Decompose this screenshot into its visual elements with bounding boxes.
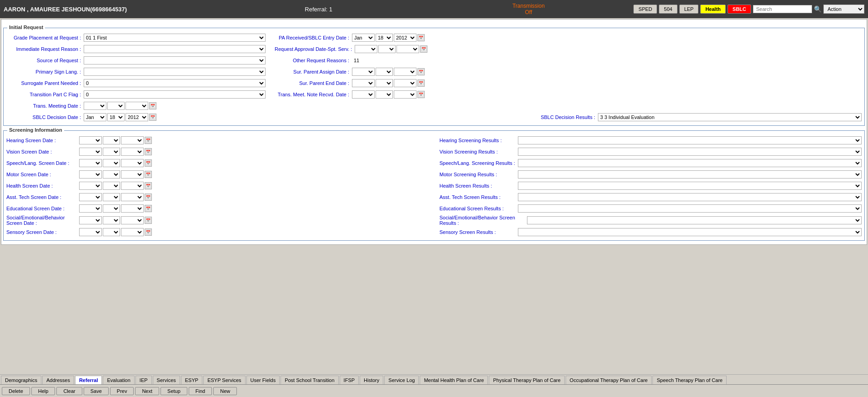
sur-assign-year[interactable]: [394, 68, 416, 76]
trans-note-cal-btn[interactable]: 📅: [417, 91, 425, 98]
asstech-day[interactable]: [103, 193, 120, 201]
sblc-day[interactable]: 18: [107, 113, 125, 121]
trans-note-year[interactable]: [394, 90, 416, 99]
health-result-select[interactable]: [518, 182, 862, 190]
tab-speech-therapy[interactable]: Speech Therapy Plan of Care: [652, 376, 727, 384]
asstech-result-select[interactable]: [518, 193, 862, 201]
trans-note-day[interactable]: [376, 90, 393, 99]
social-year[interactable]: [121, 216, 144, 224]
grade-placement-select[interactable]: 01 1 First: [84, 34, 266, 42]
hearing-year[interactable]: [121, 136, 144, 144]
sur-end-year[interactable]: [394, 79, 416, 87]
surrogate-select[interactable]: 0: [84, 79, 266, 87]
edu-month[interactable]: [79, 204, 102, 213]
pa-day-select[interactable]: 18: [376, 34, 393, 42]
tab-physical-therapy[interactable]: Physical Therapy Plan of Care: [489, 376, 564, 384]
motor-cal-btn[interactable]: 📅: [145, 171, 152, 178]
sensory-result-select[interactable]: [518, 228, 862, 236]
immediate-reason-select[interactable]: [84, 45, 266, 53]
motor-result-select[interactable]: [518, 170, 862, 179]
tab-esyp-services[interactable]: ESYP Services: [203, 376, 245, 384]
sur-end-month[interactable]: [352, 79, 375, 87]
health-button[interactable]: Health: [700, 5, 726, 14]
tab-post-school[interactable]: Post School Transition: [281, 376, 338, 384]
motor-year[interactable]: [121, 170, 144, 179]
trans-meeting-month[interactable]: [84, 102, 106, 110]
approval-year-select[interactable]: [396, 45, 419, 53]
sur-end-cal-btn[interactable]: 📅: [417, 79, 425, 87]
sblc-year[interactable]: 2012: [125, 113, 148, 121]
sblc-results-select[interactable]: 3 3 Individual Evaluation: [598, 113, 862, 121]
edu-day[interactable]: [103, 204, 120, 213]
vision-year[interactable]: [121, 148, 144, 156]
asstech-year[interactable]: [121, 193, 144, 201]
search-input[interactable]: [753, 5, 812, 13]
vision-month[interactable]: [79, 148, 102, 156]
speech-cal-btn[interactable]: 📅: [145, 159, 152, 167]
speech-day[interactable]: [103, 159, 120, 167]
clear-button[interactable]: Clear: [56, 387, 82, 395]
sur-assign-month[interactable]: [352, 68, 375, 76]
social-result-select[interactable]: [527, 216, 862, 224]
sur-end-day[interactable]: [376, 79, 393, 87]
search-icon[interactable]: 🔍: [814, 5, 822, 13]
social-day[interactable]: [103, 216, 120, 224]
health-month[interactable]: [79, 182, 102, 190]
trans-note-month[interactable]: [352, 90, 375, 99]
tab-evaluation[interactable]: Evaluation: [103, 376, 134, 384]
health-year[interactable]: [121, 182, 144, 190]
delete-button[interactable]: Delete: [2, 387, 30, 395]
hearing-day[interactable]: [103, 136, 120, 144]
motor-day[interactable]: [103, 170, 120, 179]
next-button[interactable]: Next: [135, 387, 159, 395]
trans-meeting-year[interactable]: [125, 102, 148, 110]
edu-year[interactable]: [121, 204, 144, 213]
tab-addresses[interactable]: Addresses: [42, 376, 74, 384]
approval-month-select[interactable]: [355, 45, 377, 53]
edu-result-select[interactable]: [518, 204, 862, 213]
sped-button[interactable]: SPED: [633, 5, 657, 14]
sblc-month[interactable]: Jan: [84, 113, 106, 121]
approval-calendar-btn[interactable]: 📅: [420, 45, 427, 53]
motor-month[interactable]: [79, 170, 102, 179]
social-cal-btn[interactable]: 📅: [145, 217, 152, 224]
lep-button[interactable]: LEP: [679, 5, 699, 14]
tab-occupational-therapy[interactable]: Occupational Therapy Plan of Care: [566, 376, 652, 384]
sur-assign-day[interactable]: [376, 68, 393, 76]
tab-mental-health[interactable]: Mental Health Plan of Care: [420, 376, 488, 384]
sensory-day[interactable]: [103, 228, 120, 236]
health-cal-btn[interactable]: 📅: [145, 182, 152, 189]
tab-service-log[interactable]: Service Log: [384, 376, 419, 384]
pa-month-select[interactable]: Jan: [352, 34, 375, 42]
save-button[interactable]: Save: [84, 387, 109, 395]
trans-meeting-cal-btn[interactable]: 📅: [149, 102, 156, 109]
vision-cal-btn[interactable]: 📅: [145, 148, 152, 155]
new-button[interactable]: New: [213, 387, 237, 395]
tab-ifsp[interactable]: IFSP: [340, 376, 359, 384]
help-button[interactable]: Help: [31, 387, 55, 395]
tab-iep[interactable]: IEP: [135, 376, 152, 384]
tab-esyp[interactable]: ESYP: [181, 376, 202, 384]
tab-user-fields[interactable]: User Fields: [246, 376, 280, 384]
tab-referral[interactable]: Referral: [75, 376, 102, 384]
health-day[interactable]: [103, 182, 120, 190]
speech-month[interactable]: [79, 159, 102, 167]
asstech-month[interactable]: [79, 193, 102, 201]
vision-result-select[interactable]: [518, 148, 862, 156]
hearing-month[interactable]: [79, 136, 102, 144]
sblc-button[interactable]: SBLC: [728, 5, 751, 14]
primary-sign-select[interactable]: [84, 68, 266, 76]
action-dropdown[interactable]: Action: [823, 5, 864, 14]
speech-year[interactable]: [121, 159, 144, 167]
find-button[interactable]: Find: [189, 387, 212, 395]
pa-calendar-btn[interactable]: 📅: [417, 34, 425, 41]
hearing-cal-btn[interactable]: 📅: [145, 137, 152, 144]
vision-day[interactable]: [103, 148, 120, 156]
approval-day-select[interactable]: [378, 45, 396, 53]
social-month[interactable]: [79, 216, 102, 224]
speech-result-select[interactable]: [518, 159, 862, 167]
sur-assign-cal-btn[interactable]: 📅: [417, 68, 425, 75]
transition-flag-select[interactable]: 0: [84, 90, 266, 99]
setup-button[interactable]: Setup: [161, 387, 187, 395]
edu-cal-btn[interactable]: 📅: [145, 205, 152, 212]
